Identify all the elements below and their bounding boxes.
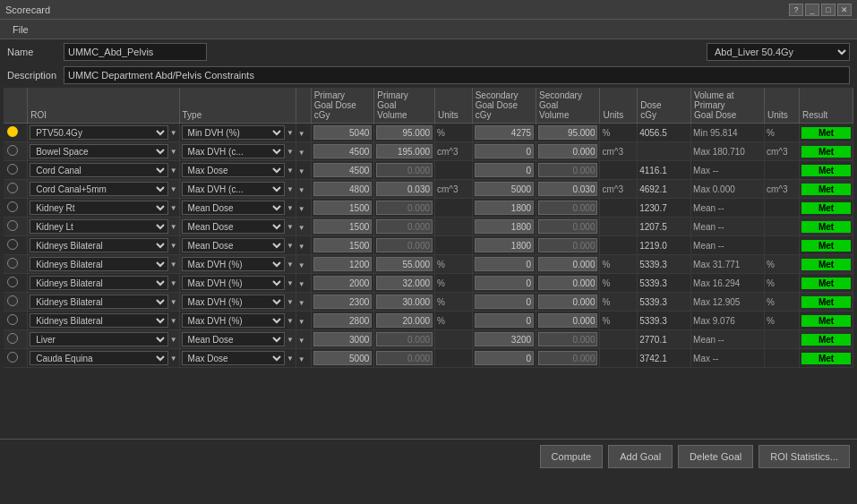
sg-vol-input[interactable]: [538, 238, 597, 252]
pg-dose-input[interactable]: [313, 201, 373, 215]
row-radio[interactable]: [7, 352, 18, 363]
pg-vol-input[interactable]: [376, 238, 433, 252]
pg-dose-input[interactable]: [313, 125, 373, 140]
row-radio[interactable]: [7, 258, 18, 269]
type-select[interactable]: Mean Dose: [182, 201, 285, 215]
roi-select[interactable]: Cord Canal+5mm: [30, 182, 167, 196]
sg-vol-input[interactable]: [538, 182, 597, 196]
roi-select[interactable]: Kidneys Bilateral: [30, 295, 167, 309]
sg-dose-input[interactable]: [475, 276, 534, 290]
type-select[interactable]: Min DVH (%): [182, 125, 285, 140]
close-button[interactable]: ✕: [837, 4, 852, 16]
type-select[interactable]: Max Dose: [182, 163, 285, 177]
type-select[interactable]: Max DVH (%): [182, 276, 285, 290]
roi-select[interactable]: Kidney Rt: [30, 201, 167, 215]
delete-goal-button[interactable]: Delete Goal: [678, 445, 753, 468]
row-radio[interactable]: [7, 183, 18, 193]
sg-dose-input[interactable]: [475, 125, 534, 140]
row-radio[interactable]: [7, 239, 18, 250]
pg-dose-input[interactable]: [313, 313, 373, 328]
pg-vol-input[interactable]: [376, 313, 433, 328]
sg-dose-input[interactable]: [475, 295, 534, 309]
row-radio[interactable]: [7, 201, 18, 212]
pg-vol-input[interactable]: [376, 163, 433, 177]
roi-select[interactable]: Kidneys Bilateral: [30, 276, 167, 290]
sg-dose-input[interactable]: [475, 351, 534, 365]
roi-select[interactable]: Kidneys Bilateral: [30, 313, 167, 328]
type-select[interactable]: Mean Dose: [182, 238, 285, 252]
type-select[interactable]: Max DVH (%): [182, 257, 285, 271]
pg-vol-input[interactable]: [376, 144, 433, 158]
type-select[interactable]: Max DVH (c...: [182, 182, 285, 196]
maximize-button[interactable]: □: [821, 4, 836, 16]
pg-dose-input[interactable]: [313, 219, 373, 234]
pg-dose-input[interactable]: [313, 276, 373, 290]
compute-button[interactable]: Compute: [540, 445, 604, 468]
pg-dose-input[interactable]: [313, 332, 373, 346]
pg-vol-input[interactable]: [376, 332, 433, 346]
sg-vol-input[interactable]: [538, 332, 597, 346]
type-select[interactable]: Max DVH (c...: [182, 144, 285, 158]
sg-dose-input[interactable]: [475, 238, 534, 252]
pg-dose-input[interactable]: [313, 351, 373, 365]
pg-dose-input[interactable]: [313, 144, 373, 158]
add-goal-button[interactable]: Add Goal: [608, 445, 673, 468]
row-radio[interactable]: [7, 333, 18, 344]
type-select[interactable]: Max Dose: [182, 351, 285, 365]
sg-dose-input[interactable]: [475, 332, 534, 346]
protocol-select[interactable]: Abd_Liver 50.4Gy: [707, 43, 850, 61]
roi-select[interactable]: Cord Canal: [30, 163, 167, 177]
roi-select[interactable]: PTV50.4Gy: [30, 125, 167, 140]
sg-dose-input[interactable]: [475, 163, 534, 177]
sg-vol-input[interactable]: [538, 276, 597, 290]
row-radio[interactable]: [7, 220, 18, 231]
type-select[interactable]: Max DVH (%): [182, 295, 285, 309]
pg-vol-input[interactable]: [376, 276, 433, 290]
roi-select[interactable]: Cauda Equina: [30, 351, 167, 365]
roi-select[interactable]: Bowel Space: [30, 144, 167, 158]
type-select[interactable]: Mean Dose: [182, 219, 285, 234]
type-select[interactable]: Mean Dose: [182, 332, 285, 346]
roi-select[interactable]: Kidney Lt: [30, 219, 167, 234]
menu-file[interactable]: File: [5, 22, 36, 37]
pg-dose-input[interactable]: [313, 182, 373, 196]
sg-vol-input[interactable]: [538, 313, 597, 328]
desc-input[interactable]: [64, 66, 850, 84]
pg-dose-input[interactable]: [313, 238, 373, 252]
row-radio[interactable]: [7, 126, 18, 137]
sg-dose-input[interactable]: [475, 182, 534, 196]
roi-statistics-button[interactable]: ROI Statistics...: [758, 445, 850, 468]
minimize-button[interactable]: _: [805, 4, 819, 16]
pg-dose-input[interactable]: [313, 257, 373, 271]
row-radio[interactable]: [7, 164, 18, 175]
type-select[interactable]: Max DVH (%): [182, 313, 285, 328]
sg-dose-input[interactable]: [475, 144, 534, 158]
sg-dose-input[interactable]: [475, 257, 534, 271]
sg-dose-input[interactable]: [475, 201, 534, 215]
pg-dose-input[interactable]: [313, 163, 373, 177]
row-radio[interactable]: [7, 145, 18, 156]
sg-vol-input[interactable]: [538, 219, 597, 234]
row-radio[interactable]: [7, 295, 18, 306]
sg-vol-input[interactable]: [538, 351, 597, 365]
pg-vol-input[interactable]: [376, 351, 433, 365]
sg-dose-input[interactable]: [475, 313, 534, 328]
pg-vol-input[interactable]: [376, 182, 433, 196]
row-radio[interactable]: [7, 277, 18, 287]
sg-vol-input[interactable]: [538, 144, 597, 158]
pg-vol-input[interactable]: [376, 257, 433, 271]
sg-vol-input[interactable]: [538, 201, 597, 215]
sg-vol-input[interactable]: [538, 257, 597, 271]
row-radio[interactable]: [7, 314, 18, 325]
roi-select[interactable]: Liver: [30, 332, 167, 346]
sg-vol-input[interactable]: [538, 125, 597, 140]
help-button[interactable]: ?: [789, 4, 803, 16]
sg-vol-input[interactable]: [538, 163, 597, 177]
pg-vol-input[interactable]: [376, 125, 433, 140]
sg-vol-input[interactable]: [538, 295, 597, 309]
pg-vol-input[interactable]: [376, 201, 433, 215]
sg-dose-input[interactable]: [475, 219, 534, 234]
pg-vol-input[interactable]: [376, 219, 433, 234]
pg-dose-input[interactable]: [313, 295, 373, 309]
pg-vol-input[interactable]: [376, 295, 433, 309]
